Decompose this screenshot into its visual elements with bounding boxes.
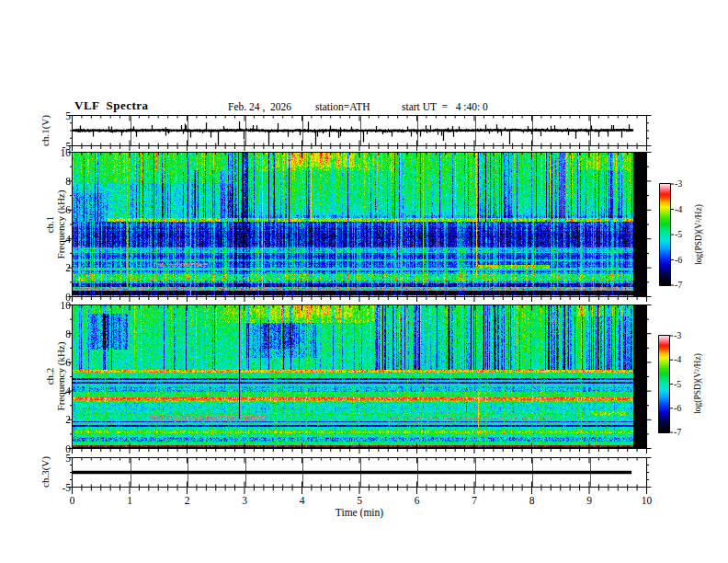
cbtick-cb1--3: -3: [675, 179, 697, 189]
cbtick-cb2--5: -5: [674, 380, 696, 389]
ch1-spectrogram-plot: [73, 153, 647, 296]
ytick-spec2-4: 4: [42, 385, 71, 396]
ytick-spec1-8: 8: [42, 176, 71, 187]
xtick-9: 9: [571, 495, 608, 506]
start-ut-label: start UT = 4 :40: 0: [402, 101, 488, 112]
xtick-0: 0: [54, 495, 91, 506]
cbtick-cb2--7: -7: [674, 428, 696, 437]
station-label: station=ATH: [315, 101, 370, 112]
ytick-spec2-0: 0: [42, 443, 71, 454]
cbtick-cb2--3: -3: [674, 331, 696, 340]
ytick-spec2-2: 2: [42, 414, 71, 425]
ytick-spec2-8: 8: [42, 328, 71, 339]
xtick-1: 1: [111, 495, 148, 506]
ytick-ch1v-5: 5: [42, 110, 71, 121]
ytick-spec1-2: 2: [42, 262, 71, 273]
ch1-voltage-waveform-plot: [73, 116, 647, 146]
cbtick-cb1--5: -5: [675, 230, 697, 239]
xtick-5: 5: [341, 495, 378, 506]
cbtick-cb2--4: -4: [674, 355, 696, 364]
xtick-7: 7: [456, 495, 493, 506]
ch1-colorbar: [660, 184, 670, 285]
xtick-10: 10: [629, 495, 665, 506]
x-axis-title: Time (min): [286, 507, 433, 518]
ch2-spectrogram-plot: [73, 305, 647, 448]
cbtick-cb1--4: -4: [675, 205, 697, 214]
cbtick-cb1--6: -6: [675, 256, 697, 265]
ch2-colorbar: [659, 336, 669, 432]
ytick-spec1-10: 10: [42, 147, 71, 158]
xtick-4: 4: [284, 495, 321, 506]
ch3-voltage-plot: [73, 458, 647, 487]
vlf-spectra-figure: VLF Spectra Feb. 24 , 2026 station=ATH s…: [0, 0, 728, 563]
cbtick-cb2--6: -6: [674, 404, 696, 413]
figure-title: VLF Spectra: [74, 98, 149, 113]
ch3-voltage-ylabel: ch.3(V): [40, 417, 51, 527]
xtick-8: 8: [514, 495, 551, 506]
xtick-6: 6: [399, 495, 436, 506]
ytick-spec1-4: 4: [42, 234, 71, 245]
cbtick-cb1--7: -7: [675, 281, 697, 290]
ytick-spec2-10: 10: [42, 300, 71, 311]
ytick-spec1-6: 6: [42, 204, 71, 215]
xtick-2: 2: [169, 495, 206, 506]
date-label: Feb. 24 , 2026: [228, 101, 291, 112]
ytick-ch3v--5: -5: [42, 482, 71, 493]
xtick-3: 3: [226, 495, 263, 506]
ytick-spec2-6: 6: [42, 357, 71, 368]
